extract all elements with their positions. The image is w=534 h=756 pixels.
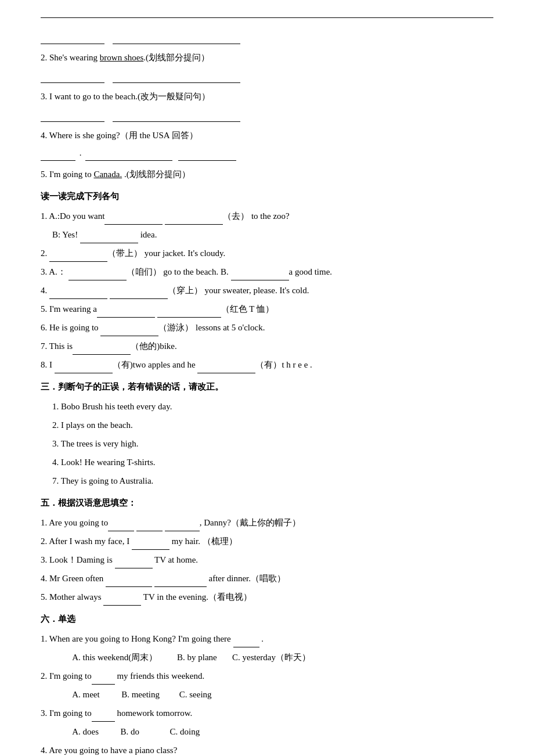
answer-blanks-4 xyxy=(41,106,493,122)
s5-item-1: 1. Are you going to , Danny?（戴上你的帽子） xyxy=(41,514,493,531)
read-section-header: 读一读完成下列各句 xyxy=(41,188,493,205)
section3-header: 三．判断句子的正误，若有错误的话，请改正。 xyxy=(41,378,493,395)
read-item-8: 8. I （有)two apples and he （有）t h r e e . xyxy=(41,356,493,373)
s6-q1: 1. When are you going to Hong Kong? I'm … xyxy=(41,630,493,647)
s3-item-1: 1. Bobo Brush his teeth every day. xyxy=(52,398,493,415)
question-5: 5. I'm going to Canada. .(划线部分提问） xyxy=(41,165,493,183)
answer-blanks-5: . xyxy=(41,145,493,161)
s5-item-2: 2. After I wash my face, I my hair. （梳理） xyxy=(41,532,493,550)
s6-q2: 2. I'm going to my friends this weekend. xyxy=(41,667,493,685)
top-divider xyxy=(41,17,493,18)
s6-q1-options: A. this weekend(周末） B. by plane C. yeste… xyxy=(64,649,493,666)
s6-q3-options: A. does B. do C. doing xyxy=(64,723,493,740)
read-item-1b: B: Yes! idea. xyxy=(52,226,493,243)
s3-item-4: 4. Look! He wearing T-shirts. xyxy=(52,453,493,471)
s6-q3: 3. I'm going to homework tomorrow. xyxy=(41,704,493,722)
s3-item-2: 2. I plays on the beach. xyxy=(52,416,493,434)
read-item-3: 3. A.： （咱们） go to the beach. B. a good t… xyxy=(41,263,493,280)
read-item-7: 7. This is（他的)bike. xyxy=(41,337,493,355)
s6-q2-options: A. meet B. meeting C. seeing xyxy=(64,686,493,703)
s3-item-3: 3. The trees is very high. xyxy=(52,435,493,452)
s5-item-3: 3. Look！Daming is TV at home. xyxy=(41,551,493,568)
s3-item-7: 7. They is going to Australia. xyxy=(52,472,493,489)
s5-item-5: 5. Mother always TV in the evening.（看电视） xyxy=(41,588,493,606)
s6-q4: 4. Are you going to have a piano class? xyxy=(41,741,493,756)
s5-item-4: 4. Mr Green often after dinner.（唱歌） xyxy=(41,570,493,587)
question-4: 4. Where is she going?（用 the USA 回答） xyxy=(41,127,493,144)
section6-header: 六．单选 xyxy=(41,610,493,628)
section5-header: 五．根据汉语意思填空： xyxy=(41,494,493,512)
read-item-6: 6. He is going to （游泳） lessons at 5 o'cl… xyxy=(41,319,493,336)
underline-canada: Canada. xyxy=(93,170,122,179)
read-item-1a: 1. A.:Do you want （去） to the zoo? xyxy=(41,207,493,225)
read-item-5: 5. I'm wearing a （红色 T 恤） xyxy=(41,300,493,318)
answer-blanks-2 xyxy=(41,28,493,44)
question-3: 3. I want to go to the beach.(改为一般疑问句） xyxy=(41,88,493,105)
underline-brown-shoes: brown shoes xyxy=(100,53,143,62)
answer-blanks-3 xyxy=(41,67,493,83)
read-item-2: 2. （带上） your jacket. It's cloudy. xyxy=(41,244,493,262)
read-item-4: 4. （穿上） your sweater, please. It's cold. xyxy=(41,282,493,299)
question-2: 2. She's wearing brown shoes.(划线部分提问） xyxy=(41,49,493,66)
